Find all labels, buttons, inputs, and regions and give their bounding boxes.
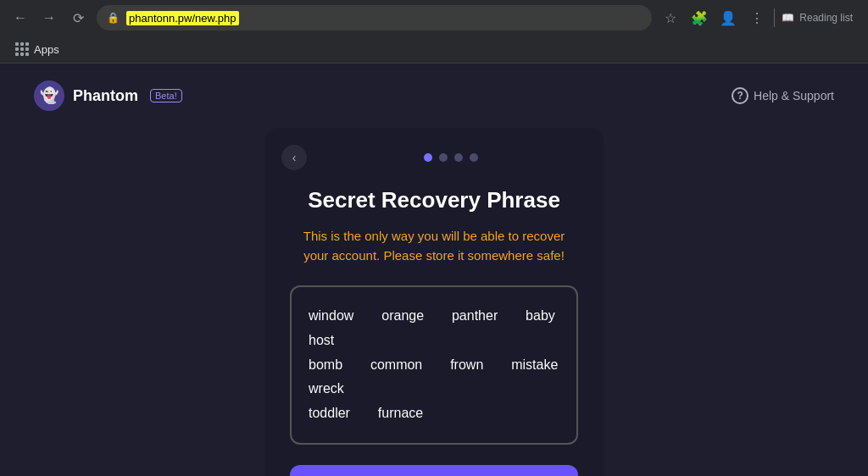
url-text: phantonn.pw/new.php [126,11,239,25]
forward-button[interactable]: → [37,6,61,30]
back-arrow-icon: ‹ [292,151,297,164]
reading-list-label: Reading list [799,12,853,24]
ok-saved-button[interactable]: OK, I saved it somewhere [290,465,578,476]
phrase-box: window orange panther baby host bomb com… [290,285,578,445]
page-header: 👻 Phantom Beta! ? Help & Support [0,64,868,128]
apps-grid-icon [15,42,29,56]
profile-button[interactable]: 👤 [716,6,740,30]
star-button[interactable]: ☆ [659,6,682,30]
card-title: Secret Recovery Phrase [290,187,578,213]
apps-button[interactable]: Apps [8,39,66,59]
help-support-button[interactable]: ? Help & Support [732,87,834,104]
back-button[interactable]: ← [8,6,32,30]
phantom-icon: 👻 [34,80,64,111]
nav-buttons: ← → ⟳ [8,6,90,30]
dot-3 [454,153,463,162]
phantom-ghost-icon: 👻 [40,86,58,105]
card-back-button[interactable]: ‹ [281,145,307,170]
bookmarks-bar: Apps [0,36,868,63]
dot-2 [439,153,448,162]
reload-button[interactable]: ⟳ [66,6,90,30]
lock-icon: 🔒 [107,12,120,24]
recovery-phrase-card: ‹ Secret Recovery Phrase This is the onl… [264,128,604,476]
extensions-button[interactable]: 🧩 [687,6,711,30]
browser-chrome: ← → ⟳ 🔒 phantonn.pw/new.php ☆ 🧩 👤 ⋮ 📖 Re… [0,0,868,64]
help-icon: ? [732,87,748,104]
help-support-label: Help & Support [754,89,834,102]
dot-1 [424,153,432,162]
phantom-name: Phantom [73,87,138,105]
phantom-logo: 👻 Phantom Beta! [34,80,182,111]
reading-list-icon: 📖 [782,12,794,24]
browser-toolbar: ← → ⟳ 🔒 phantonn.pw/new.php ☆ 🧩 👤 ⋮ 📖 Re… [0,0,868,36]
reading-list-section: 📖 Reading list [774,8,860,27]
phantom-badge: Beta! [150,89,182,102]
dot-4 [470,153,478,162]
apps-label: Apps [34,43,59,56]
page-content: 👻 Phantom Beta! ? Help & Support ‹ Secre… [0,64,868,476]
address-bar[interactable]: 🔒 phantonn.pw/new.php [97,5,652,30]
card-subtitle: This is the only way you will be able to… [290,227,578,265]
card-body: Secret Recovery Phrase This is the only … [264,179,604,476]
phrase-text: window orange panther baby host bomb com… [309,304,559,426]
toolbar-right: ☆ 🧩 👤 ⋮ 📖 Reading list [659,6,860,30]
card-nav: ‹ [264,128,604,179]
progress-dots [424,153,478,162]
menu-button[interactable]: ⋮ [745,6,769,30]
